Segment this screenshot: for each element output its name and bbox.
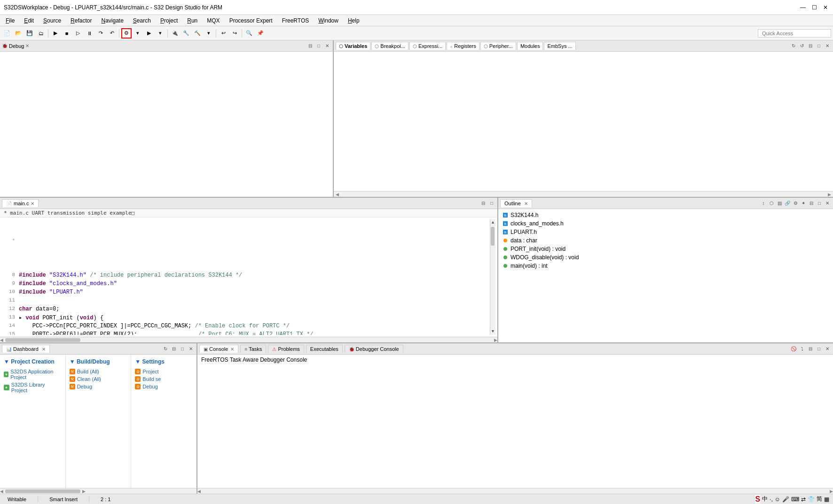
toolbar-btn-ext1[interactable]: 🔌 — [170, 28, 180, 39]
menu-navigate[interactable]: Navigate — [97, 16, 127, 25]
maximize-btn[interactable]: ☐ — [810, 4, 818, 11]
status-shirt-icon[interactable]: 👕 — [808, 496, 815, 503]
console-tab-debugger[interactable]: 🐞 Debugger Console — [345, 345, 403, 353]
console-tab-console[interactable]: ▣ Console ✕ — [199, 345, 238, 353]
menu-project[interactable]: Project — [157, 16, 181, 25]
vars-hscroll[interactable]: ◀ ▶ — [334, 191, 833, 197]
status-punct-icon[interactable]: ·, — [770, 496, 773, 503]
editor-hscroll[interactable]: ◀ ▶ — [0, 337, 497, 342]
outline-item-lpuart[interactable]: h LPUART.h — [500, 228, 831, 236]
toolbar-btn-ext2[interactable]: 🔧 — [181, 28, 191, 39]
menu-help[interactable]: Help — [344, 16, 363, 25]
menu-window[interactable]: Window — [314, 16, 342, 25]
status-keyboard-icon[interactable]: ⌨ — [791, 496, 799, 503]
debug-tab-label[interactable]: Debug — [9, 43, 24, 49]
tab-peripherals[interactable]: ⬡ Peripher... — [480, 42, 516, 50]
vars-icon-2[interactable]: ↺ — [798, 42, 806, 50]
dashboard-close-btn[interactable]: ✕ — [187, 345, 195, 353]
toolbar-btn-debug[interactable]: ▶ — [50, 28, 61, 39]
outline-maximize-btn[interactable]: □ — [816, 200, 823, 207]
toolbar-btn-open[interactable]: 📂 — [13, 28, 24, 39]
outline-item-s32k144[interactable]: h S32K144.h — [500, 211, 831, 219]
dashboard-link-project-settings[interactable]: ⚙ Project — [135, 368, 193, 375]
status-simplify-icon[interactable]: 简 — [817, 495, 822, 503]
editor-hscroll-right[interactable]: ▶ — [494, 338, 497, 342]
toolbar-btn-misc2[interactable]: ↪ — [229, 28, 240, 39]
menu-refactor[interactable]: Refactor — [67, 16, 95, 25]
menu-edit[interactable]: Edit — [20, 16, 38, 25]
outline-item-clocks[interactable]: h clocks_and_modes.h — [500, 219, 831, 228]
toolbar-btn-save-all[interactable]: 🗂 — [36, 28, 46, 39]
outline-item-wdog[interactable]: WDOG_disable(void) : void — [500, 253, 831, 262]
outline-link-btn[interactable]: 🔗 — [784, 200, 791, 207]
console-hscroll-right[interactable]: ▶ — [830, 489, 833, 494]
toolbar-btn-new[interactable]: 📄 — [2, 28, 12, 39]
toolbar-btn-pause[interactable]: ⏸ — [84, 28, 94, 39]
status-grid-icon[interactable]: ▦ — [824, 496, 829, 503]
dashboard-link-app-project[interactable]: ✦ S32DS Application Project — [4, 368, 62, 381]
dashboard-link-debug-settings[interactable]: ⚙ Debug — [135, 383, 193, 390]
console-minimize-btn[interactable]: ⊟ — [807, 345, 814, 353]
code-area[interactable]: * — [0, 217, 497, 337]
debug-minimize-btn[interactable]: ⊟ — [306, 42, 314, 50]
dashboard-link-build-settings[interactable]: ⚙ Build se — [135, 375, 193, 383]
console-hscroll-left[interactable]: ◀ — [197, 489, 201, 494]
dashboard-hscroll-left[interactable]: ◀ — [0, 489, 3, 494]
dashboard-refresh-btn[interactable]: ↻ — [162, 345, 169, 353]
quick-access-input[interactable] — [758, 29, 831, 38]
outline-asterisk-btn[interactable]: ✦ — [800, 200, 807, 207]
outline-collapse-btn[interactable]: ▤ — [776, 200, 783, 207]
vars-icon-1[interactable]: ↻ — [790, 42, 797, 50]
menu-run[interactable]: Run — [183, 16, 201, 25]
toolbar-btn-step[interactable]: ↷ — [95, 28, 106, 39]
vars-maximize-btn[interactable]: □ — [815, 42, 823, 50]
toolbar-btn-misc4[interactable]: 📌 — [255, 28, 266, 39]
close-btn[interactable]: ✕ — [822, 4, 829, 11]
outline-item-port-init[interactable]: PORT_init(void) : void — [500, 245, 831, 253]
toolbar-btn-save[interactable]: 💾 — [24, 28, 35, 39]
status-mic-icon[interactable]: 🎤 — [782, 496, 789, 503]
menu-source[interactable]: Source — [39, 16, 65, 25]
dashboard-link-debug[interactable]: ⚒ Debug — [70, 383, 127, 390]
outline-gear-btn[interactable]: ⚙ — [792, 200, 799, 207]
project-creation-header[interactable]: ▼ Project Creation — [4, 358, 62, 365]
status-smiley-icon[interactable]: ☺ — [775, 496, 780, 503]
outline-tab-close[interactable]: ✕ — [524, 201, 528, 206]
menu-mqx[interactable]: MQX — [203, 16, 223, 25]
dashboard-link-lib-project[interactable]: ✦ S32DS Library Project — [4, 381, 62, 394]
toolbar-btn-resume[interactable]: ▷ — [73, 28, 83, 39]
outline-sort-btn[interactable]: ↕ — [760, 200, 767, 207]
code-content[interactable]: * — [2, 219, 490, 335]
toolbar-btn-run2[interactable]: ▶ — [144, 28, 154, 39]
editor-hscroll-left[interactable]: ◀ — [0, 338, 3, 342]
dashboard-link-clean-all[interactable]: ⚒ Clean (All) — [70, 375, 127, 383]
editor-tab-close[interactable]: ✕ — [31, 201, 34, 206]
dashboard-maximize-btn[interactable]: □ — [179, 345, 186, 353]
toolbar-btn-misc3[interactable]: 🔍 — [244, 28, 254, 39]
toolbar-btn-ext3[interactable]: 🔨 — [192, 28, 203, 39]
console-hscroll[interactable]: ◀ ▶ — [197, 488, 833, 494]
status-switch-icon[interactable]: ⇄ — [801, 496, 806, 503]
tab-variables[interactable]: ⬡ Variables — [336, 42, 370, 50]
editor-scroll-track[interactable] — [490, 225, 495, 329]
minimize-btn[interactable]: — — [799, 4, 807, 11]
dashboard-hscroll-right[interactable]: ▶ — [82, 489, 86, 494]
console-close-btn[interactable]: ✕ — [824, 345, 831, 353]
outline-filter-btn[interactable]: ⬡ — [768, 200, 775, 207]
tab-expressions[interactable]: ⬡ Expressi... — [409, 42, 446, 50]
tab-registers[interactable]: ⬦ Registers — [447, 42, 479, 50]
menu-freertos[interactable]: FreeRTOS — [278, 16, 313, 25]
build-debug-header[interactable]: ▼ Build/Debug — [70, 358, 127, 365]
toolbar-btn-step2[interactable]: ↶ — [107, 28, 117, 39]
toolbar-btn-dropdown[interactable]: ▾ — [133, 28, 143, 39]
editor-maximize-btn[interactable]: □ — [488, 200, 495, 207]
toolbar-btn-dropdown3[interactable]: ▾ — [204, 28, 214, 39]
dashboard-hscroll[interactable]: ◀ ▶ — [0, 488, 196, 494]
tab-modules[interactable]: Modules — [517, 42, 543, 50]
debug-maximize-btn[interactable]: □ — [315, 42, 322, 50]
console-tab-close[interactable]: ✕ — [230, 347, 234, 352]
dashboard-minimize-btn[interactable]: ⊟ — [170, 345, 178, 353]
editor-tab-main[interactable]: 📄 main.c ✕ — [2, 199, 39, 207]
vars-close-btn[interactable]: ✕ — [824, 42, 831, 50]
toolbar-btn-misc1[interactable]: ↩ — [218, 28, 228, 39]
